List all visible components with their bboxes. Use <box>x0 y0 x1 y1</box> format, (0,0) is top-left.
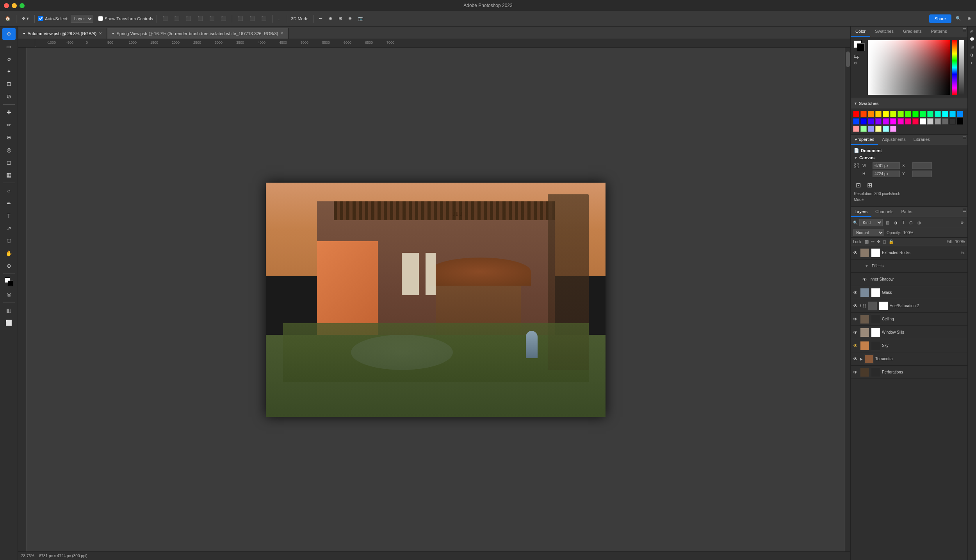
effects-collapse-icon[interactable]: ▼ <box>865 264 869 268</box>
tab-spring[interactable]: ● Spring View.psb @ 16.7% (3d-render-bru… <box>107 28 289 39</box>
type-tool[interactable]: T <box>2 210 16 222</box>
swatch-cell[interactable] <box>949 118 956 124</box>
clone-tool[interactable]: ⊕ <box>2 132 16 143</box>
visibility-icon-perforations[interactable]: 👁 <box>852 370 858 375</box>
distribute-spacing-button[interactable]: ⬛ <box>259 15 269 22</box>
swatch-cell[interactable] <box>868 111 874 117</box>
path-select-tool[interactable]: ↗ <box>2 222 16 234</box>
magic-wand-tool[interactable]: ✦ <box>2 66 16 77</box>
properties-menu-icon[interactable]: ☰ <box>961 135 967 141</box>
color-gradient-box[interactable] <box>868 40 950 95</box>
swatch-cell[interactable] <box>920 111 926 117</box>
distribute-v-button[interactable]: ⬛ <box>248 15 257 22</box>
swatch-cell[interactable] <box>860 126 867 132</box>
close-button[interactable] <box>4 3 9 8</box>
properties-tab[interactable]: Properties <box>851 135 878 145</box>
swatch-cell[interactable] <box>898 118 904 124</box>
patterns-tab[interactable]: Patterns <box>926 27 952 37</box>
image-size-button[interactable]: ⊞ <box>865 180 874 190</box>
brush-tool[interactable]: ✏ <box>2 119 16 131</box>
swatch-cell[interactable] <box>905 111 911 117</box>
kind-dropdown[interactable]: Kind <box>859 219 883 226</box>
context-button[interactable]: ⊕ <box>327 15 334 22</box>
layer-item-glass[interactable]: 👁 Glass <box>851 286 967 299</box>
align-middle-button[interactable]: ⬛ <box>207 15 217 22</box>
swatch-cell[interactable] <box>875 126 882 132</box>
healing-tool[interactable]: ✚ <box>2 107 16 118</box>
link-proportions-icon[interactable]: ⛓ <box>854 162 859 169</box>
swatch-cell[interactable] <box>875 111 882 117</box>
align-center-h-button[interactable]: ⬛ <box>172 15 182 22</box>
swatch-cell[interactable] <box>890 111 896 117</box>
minimize-button[interactable] <box>12 3 17 8</box>
visibility-icon-terracotta[interactable]: 👁 <box>852 356 858 362</box>
swatch-cell[interactable] <box>853 111 859 117</box>
swatch-cell[interactable] <box>853 118 859 124</box>
swatch-cell[interactable] <box>912 118 919 124</box>
distribute-h-button[interactable]: ⬛ <box>236 15 245 22</box>
swatch-cell[interactable] <box>868 118 874 124</box>
mini-expand-button[interactable]: ▸ <box>969 59 975 66</box>
mini-adjust-button[interactable]: ◑ <box>969 52 975 58</box>
filter-shape-button[interactable]: ⬡ <box>908 220 914 226</box>
frame-button[interactable]: ⬜ <box>2 317 16 329</box>
move-tool[interactable]: ✥ <box>2 28 16 40</box>
layer-item-window-sills[interactable]: 👁 Window Sills <box>851 326 967 339</box>
layers-tab[interactable]: Layers <box>851 207 871 217</box>
shape-tool[interactable]: ⬡ <box>2 235 16 247</box>
visibility-icon-glass[interactable]: 👁 <box>852 290 858 295</box>
align-left-button[interactable]: ⬛ <box>160 15 170 22</box>
swatch-cell[interactable] <box>935 118 941 124</box>
lock-artboards-icon[interactable]: ◻ <box>883 239 886 244</box>
align-right-button[interactable]: ⬛ <box>184 15 193 22</box>
tab-autumn-close[interactable]: ✕ <box>99 31 102 36</box>
canvas-viewport[interactable]: 𓅺 𓅺 𓅺 <box>27 48 845 551</box>
swap-colors-icon[interactable]: ⇆ <box>854 53 865 60</box>
swatch-cell[interactable] <box>890 118 896 124</box>
quick-mask-button[interactable]: ◎ <box>2 288 16 300</box>
layer-item-extracted-rocks[interactable]: 👁 Extracted Rocks fx↓ <box>851 246 967 260</box>
align-bottom-button[interactable]: ⬛ <box>219 15 228 22</box>
dodge-tool[interactable]: ○ <box>2 185 16 197</box>
move-tool-button[interactable]: ✥ ▾ <box>20 15 31 22</box>
panel-menu-icon[interactable]: ☰ <box>961 27 967 33</box>
visibility-icon-ceiling[interactable]: 👁 <box>852 316 858 322</box>
libraries-tab[interactable]: Libraries <box>910 135 934 145</box>
gradients-tab[interactable]: Gradients <box>898 27 926 37</box>
extras-button[interactable]: ⊕ <box>346 15 354 22</box>
lock-pixels-icon[interactable]: ✏ <box>871 239 874 244</box>
swatch-cell[interactable] <box>860 118 867 124</box>
height-input[interactable] <box>873 171 900 177</box>
swatch-cell[interactable] <box>860 111 867 117</box>
adjustments-tab[interactable]: Adjustments <box>878 135 910 145</box>
ai-button[interactable]: ⊕ <box>965 15 973 22</box>
swatch-cell[interactable] <box>853 126 859 132</box>
reset-colors-icon[interactable]: ↺ <box>854 61 865 65</box>
filter-type-button[interactable]: T <box>901 220 906 226</box>
more-options-button[interactable]: ... <box>276 15 283 22</box>
crop-tool[interactable]: ⊡ <box>2 78 16 90</box>
background-color-swatch[interactable] <box>857 43 865 51</box>
collapse-icon[interactable]: ▼ <box>854 156 858 160</box>
search-button[interactable]: 🔍 <box>954 15 963 22</box>
swatch-cell[interactable] <box>949 111 956 117</box>
hand-tool[interactable]: ✋ <box>2 247 16 259</box>
swatch-cell[interactable] <box>883 118 889 124</box>
blend-mode-dropdown[interactable]: Normal <box>853 229 884 236</box>
paths-tab[interactable]: Paths <box>898 207 916 217</box>
auto-select-checkbox[interactable] <box>38 16 43 21</box>
opacity-strip[interactable] <box>959 40 964 95</box>
filter-toggle[interactable]: ⊗ <box>959 220 965 226</box>
eyedropper-tool[interactable]: ⊘ <box>2 91 16 102</box>
lock-transparency-icon[interactable]: ▥ <box>865 239 869 244</box>
swatch-cell[interactable] <box>927 118 933 124</box>
layer-item-perforations[interactable]: 👁 Perforations <box>851 366 967 379</box>
pen-tool[interactable]: ✒ <box>2 197 16 209</box>
arrange-button[interactable]: ⊞ <box>337 15 344 22</box>
layer-item-terracotta[interactable]: 👁 ▶ Terracotta <box>851 352 967 366</box>
visibility-icon-sky[interactable]: 👁 <box>852 343 858 348</box>
swatch-cell[interactable] <box>942 118 948 124</box>
swatch-cell[interactable] <box>935 111 941 117</box>
align-top-button[interactable]: ⬛ <box>196 15 205 22</box>
mini-comments-button[interactable]: 💬 <box>969 36 975 42</box>
